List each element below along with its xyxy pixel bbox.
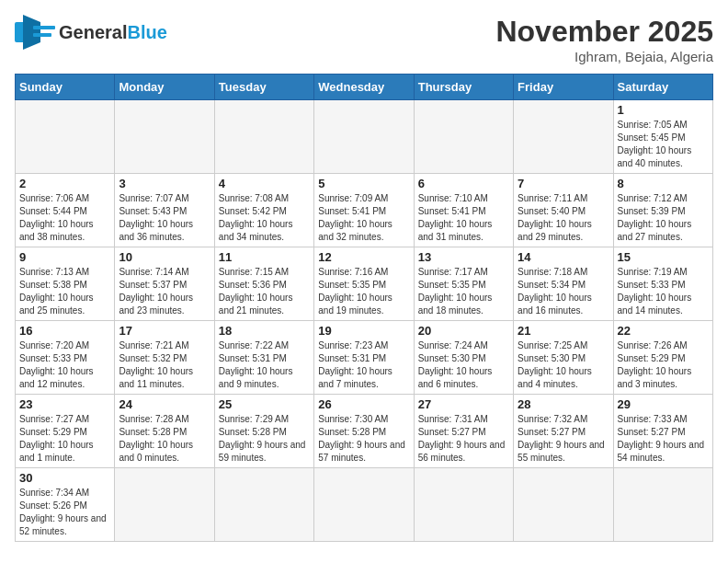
logo-general: General bbox=[59, 22, 127, 42]
day-info: Sunrise: 7:11 AM Sunset: 5:40 PM Dayligh… bbox=[518, 192, 609, 244]
day-number: 12 bbox=[318, 250, 409, 264]
weekday-header-tuesday: Tuesday bbox=[214, 75, 313, 100]
day-number: 24 bbox=[119, 397, 210, 411]
svg-rect-2 bbox=[33, 26, 55, 29]
calendar-cell-w5d3 bbox=[314, 468, 414, 542]
day-number: 10 bbox=[119, 250, 210, 264]
day-info: Sunrise: 7:21 AM Sunset: 5:32 PM Dayligh… bbox=[119, 339, 210, 391]
calendar-cell-w0d6: 1Sunrise: 7:05 AM Sunset: 5:45 PM Daylig… bbox=[613, 100, 712, 174]
calendar-cell-w1d5: 7Sunrise: 7:11 AM Sunset: 5:40 PM Daylig… bbox=[514, 174, 613, 247]
calendar-cell-w3d0: 16Sunrise: 7:20 AM Sunset: 5:33 PM Dayli… bbox=[16, 321, 115, 395]
weekday-header-thursday: Thursday bbox=[414, 75, 513, 100]
calendar-cell-w5d0: 30Sunrise: 7:34 AM Sunset: 5:26 PM Dayli… bbox=[16, 468, 115, 542]
calendar-cell-w3d4: 20Sunrise: 7:24 AM Sunset: 5:30 PM Dayli… bbox=[414, 321, 513, 395]
svg-rect-3 bbox=[33, 33, 51, 37]
day-number: 22 bbox=[618, 324, 709, 338]
day-number: 14 bbox=[518, 250, 609, 264]
calendar-cell-w1d4: 6Sunrise: 7:10 AM Sunset: 5:41 PM Daylig… bbox=[414, 174, 513, 247]
day-number: 9 bbox=[19, 250, 110, 264]
calendar-cell-w2d4: 13Sunrise: 7:17 AM Sunset: 5:35 PM Dayli… bbox=[414, 247, 513, 321]
day-info: Sunrise: 7:13 AM Sunset: 5:38 PM Dayligh… bbox=[19, 266, 110, 317]
location: Ighram, Bejaia, Algeria bbox=[495, 49, 713, 64]
day-info: Sunrise: 7:05 AM Sunset: 5:45 PM Dayligh… bbox=[618, 119, 709, 170]
day-info: Sunrise: 7:17 AM Sunset: 5:35 PM Dayligh… bbox=[418, 266, 509, 317]
logo-icon bbox=[15, 15, 55, 50]
calendar-cell-w2d1: 10Sunrise: 7:14 AM Sunset: 5:37 PM Dayli… bbox=[115, 247, 214, 321]
svg-marker-1 bbox=[23, 15, 40, 50]
header: GeneralBlue November 2025 Ighram, Bejaia… bbox=[15, 15, 713, 64]
calendar-cell-w5d2 bbox=[214, 468, 313, 542]
day-number: 2 bbox=[19, 177, 110, 190]
day-info: Sunrise: 7:19 AM Sunset: 5:33 PM Dayligh… bbox=[618, 266, 709, 317]
calendar-cell-w5d6 bbox=[613, 468, 712, 542]
day-number: 25 bbox=[219, 397, 310, 411]
day-info: Sunrise: 7:24 AM Sunset: 5:30 PM Dayligh… bbox=[418, 339, 509, 391]
calendar-cell-w4d0: 23Sunrise: 7:27 AM Sunset: 5:29 PM Dayli… bbox=[16, 395, 115, 468]
day-number: 29 bbox=[618, 397, 709, 411]
day-number: 13 bbox=[418, 250, 509, 264]
day-info: Sunrise: 7:06 AM Sunset: 5:44 PM Dayligh… bbox=[19, 192, 110, 244]
calendar-cell-w4d3: 26Sunrise: 7:30 AM Sunset: 5:28 PM Dayli… bbox=[314, 395, 414, 468]
calendar-cell-w3d5: 21Sunrise: 7:25 AM Sunset: 5:30 PM Dayli… bbox=[514, 321, 613, 395]
day-number: 27 bbox=[418, 397, 509, 411]
day-number: 6 bbox=[418, 177, 509, 190]
day-info: Sunrise: 7:29 AM Sunset: 5:28 PM Dayligh… bbox=[219, 413, 310, 465]
calendar-cell-w2d0: 9Sunrise: 7:13 AM Sunset: 5:38 PM Daylig… bbox=[16, 247, 115, 321]
day-number: 28 bbox=[518, 397, 609, 411]
calendar-cell-w1d1: 3Sunrise: 7:07 AM Sunset: 5:43 PM Daylig… bbox=[115, 174, 214, 247]
calendar-cell-w0d4 bbox=[414, 100, 513, 174]
day-number: 30 bbox=[19, 471, 110, 485]
day-number: 8 bbox=[618, 177, 709, 190]
day-info: Sunrise: 7:15 AM Sunset: 5:36 PM Dayligh… bbox=[219, 266, 310, 317]
logo-blue: Blue bbox=[127, 22, 166, 42]
day-info: Sunrise: 7:20 AM Sunset: 5:33 PM Dayligh… bbox=[19, 339, 110, 391]
weekday-header-friday: Friday bbox=[514, 75, 613, 100]
day-number: 23 bbox=[19, 397, 110, 411]
calendar-cell-w1d2: 4Sunrise: 7:08 AM Sunset: 5:42 PM Daylig… bbox=[214, 174, 313, 247]
calendar-cell-w0d2 bbox=[214, 100, 313, 174]
day-info: Sunrise: 7:18 AM Sunset: 5:34 PM Dayligh… bbox=[518, 266, 609, 317]
calendar-cell-w4d1: 24Sunrise: 7:28 AM Sunset: 5:28 PM Dayli… bbox=[115, 395, 214, 468]
day-number: 7 bbox=[518, 177, 609, 190]
day-number: 21 bbox=[518, 324, 609, 338]
calendar-cell-w1d6: 8Sunrise: 7:12 AM Sunset: 5:39 PM Daylig… bbox=[613, 174, 712, 247]
day-info: Sunrise: 7:10 AM Sunset: 5:41 PM Dayligh… bbox=[418, 192, 509, 244]
month-title: November 2025 bbox=[495, 15, 713, 49]
logo-text: GeneralBlue bbox=[59, 23, 167, 41]
calendar-cell-w4d4: 27Sunrise: 7:31 AM Sunset: 5:27 PM Dayli… bbox=[414, 395, 513, 468]
day-number: 20 bbox=[418, 324, 509, 338]
calendar-cell-w4d6: 29Sunrise: 7:33 AM Sunset: 5:27 PM Dayli… bbox=[613, 395, 712, 468]
day-number: 4 bbox=[219, 177, 310, 190]
calendar-cell-w5d1 bbox=[115, 468, 214, 542]
weekday-header-wednesday: Wednesday bbox=[314, 75, 414, 100]
day-info: Sunrise: 7:12 AM Sunset: 5:39 PM Dayligh… bbox=[618, 192, 709, 244]
calendar-cell-w0d0 bbox=[16, 100, 115, 174]
day-info: Sunrise: 7:27 AM Sunset: 5:29 PM Dayligh… bbox=[19, 413, 110, 465]
calendar: SundayMondayTuesdayWednesdayThursdayFrid… bbox=[15, 74, 713, 542]
calendar-cell-w0d5 bbox=[514, 100, 613, 174]
calendar-cell-w0d3 bbox=[314, 100, 414, 174]
day-number: 18 bbox=[219, 324, 310, 338]
day-number: 5 bbox=[318, 177, 409, 190]
calendar-cell-w0d1 bbox=[115, 100, 214, 174]
calendar-cell-w1d0: 2Sunrise: 7:06 AM Sunset: 5:44 PM Daylig… bbox=[16, 174, 115, 247]
calendar-cell-w1d3: 5Sunrise: 7:09 AM Sunset: 5:41 PM Daylig… bbox=[314, 174, 414, 247]
day-info: Sunrise: 7:07 AM Sunset: 5:43 PM Dayligh… bbox=[119, 192, 210, 244]
day-info: Sunrise: 7:31 AM Sunset: 5:27 PM Dayligh… bbox=[418, 413, 509, 465]
day-info: Sunrise: 7:26 AM Sunset: 5:29 PM Dayligh… bbox=[618, 339, 709, 391]
calendar-cell-w5d5 bbox=[514, 468, 613, 542]
weekday-header-monday: Monday bbox=[115, 75, 214, 100]
day-info: Sunrise: 7:22 AM Sunset: 5:31 PM Dayligh… bbox=[219, 339, 310, 391]
day-number: 15 bbox=[618, 250, 709, 264]
day-number: 17 bbox=[119, 324, 210, 338]
day-number: 19 bbox=[318, 324, 409, 338]
day-number: 3 bbox=[119, 177, 210, 190]
calendar-cell-w3d1: 17Sunrise: 7:21 AM Sunset: 5:32 PM Dayli… bbox=[115, 321, 214, 395]
day-number: 26 bbox=[318, 397, 409, 411]
day-number: 16 bbox=[19, 324, 110, 338]
calendar-cell-w2d2: 11Sunrise: 7:15 AM Sunset: 5:36 PM Dayli… bbox=[214, 247, 313, 321]
day-info: Sunrise: 7:32 AM Sunset: 5:27 PM Dayligh… bbox=[518, 413, 609, 465]
calendar-cell-w3d3: 19Sunrise: 7:23 AM Sunset: 5:31 PM Dayli… bbox=[314, 321, 414, 395]
day-info: Sunrise: 7:30 AM Sunset: 5:28 PM Dayligh… bbox=[318, 413, 409, 465]
day-info: Sunrise: 7:28 AM Sunset: 5:28 PM Dayligh… bbox=[119, 413, 210, 465]
